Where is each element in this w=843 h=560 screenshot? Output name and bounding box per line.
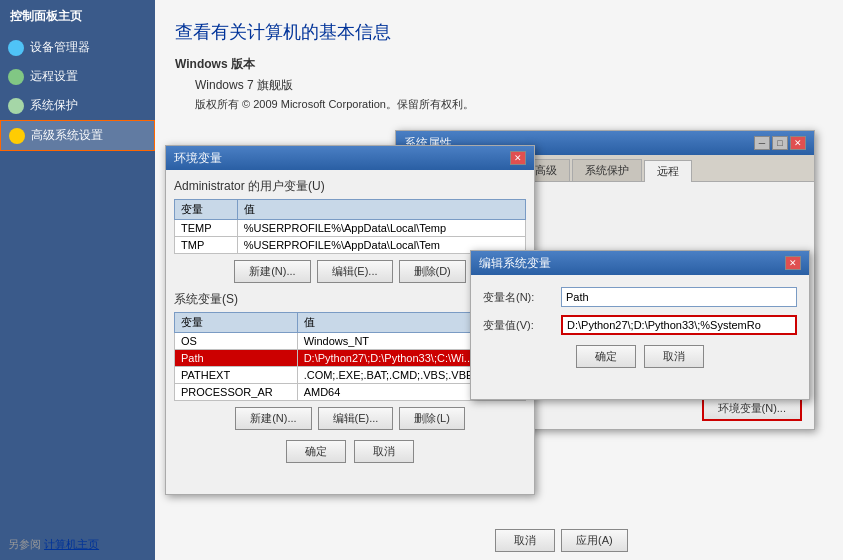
sysprops-cancel-button[interactable]: 取消 xyxy=(495,529,555,552)
tab-sysprotect[interactable]: 系统保护 xyxy=(572,159,642,181)
user-var-name-temp: TEMP xyxy=(175,220,238,237)
user-new-button[interactable]: 新建(N)... xyxy=(234,260,310,283)
env-titlebar-buttons: ✕ xyxy=(510,151,526,165)
edit-cancel-button[interactable]: 取消 xyxy=(644,345,704,368)
page-title: 查看有关计算机的基本信息 xyxy=(175,20,823,44)
sidebar-label-protect: 系统保护 xyxy=(30,97,78,114)
table-row[interactable]: TEMP %USERPROFILE%\AppData\Local\Temp xyxy=(175,220,526,237)
edit-titlebar: 编辑系统变量 ✕ xyxy=(471,251,809,275)
minimize-button[interactable]: ─ xyxy=(754,136,770,150)
sys-var-name-processor: PROCESSOR_AR xyxy=(175,384,298,401)
device-icon xyxy=(8,40,24,56)
sys-edit-button[interactable]: 编辑(E)... xyxy=(318,407,394,430)
edit-dialog-body: 变量名(N): 变量值(V): 确定 取消 xyxy=(471,275,809,380)
env-cancel-button[interactable]: 取消 xyxy=(354,440,414,463)
remote-icon xyxy=(8,69,24,85)
advanced-icon xyxy=(9,128,25,144)
edit-title: 编辑系统变量 xyxy=(479,255,551,272)
user-var-value-temp: %USERPROFILE%\AppData\Local\Temp xyxy=(237,220,525,237)
main-window: 控制面板主页 设备管理器 远程设置 系统保护 高级系统设置 查看有关计算机的基本… xyxy=(0,0,843,560)
bottom-ref-area: 另参阅 计算机主页 xyxy=(8,537,99,552)
sys-new-button[interactable]: 新建(N)... xyxy=(235,407,311,430)
user-col-value: 值 xyxy=(237,200,525,220)
sys-var-name-pathext: PATHEXT xyxy=(175,367,298,384)
user-edit-button[interactable]: 编辑(E)... xyxy=(317,260,393,283)
sidebar-label-advanced: 高级系统设置 xyxy=(31,127,103,144)
sidebar: 控制面板主页 设备管理器 远程设置 系统保护 高级系统设置 xyxy=(0,0,155,560)
user-col-name: 变量 xyxy=(175,200,238,220)
user-vars-table-wrapper: 变量 值 TEMP %USERPROFILE%\AppData\Local\Te… xyxy=(174,199,526,254)
sidebar-item-advanced[interactable]: 高级系统设置 xyxy=(0,120,155,151)
sys-var-name-os: OS xyxy=(175,333,298,350)
env-footer-buttons: 确定 取消 xyxy=(174,440,526,463)
tab-remote[interactable]: 远程 xyxy=(644,160,692,182)
sys-vars-buttons: 新建(N)... 编辑(E)... 删除(L) xyxy=(174,407,526,430)
sidebar-header: 控制面板主页 xyxy=(0,0,155,33)
env-titlebar: 环境变量 ✕ xyxy=(166,146,534,170)
windows-section-label: Windows 版本 xyxy=(175,56,823,73)
user-vars-label: Administrator 的用户变量(U) xyxy=(174,178,526,195)
var-name-row: 变量名(N): xyxy=(483,287,797,307)
sidebar-label-remote: 远程设置 xyxy=(30,68,78,85)
edit-titlebar-buttons: ✕ xyxy=(785,256,801,270)
protect-icon xyxy=(8,98,24,114)
edit-close-button[interactable]: ✕ xyxy=(785,256,801,270)
titlebar-buttons: ─ □ ✕ xyxy=(754,136,806,150)
user-vars-table: 变量 值 TEMP %USERPROFILE%\AppData\Local\Te… xyxy=(174,199,526,254)
sidebar-item-device[interactable]: 设备管理器 xyxy=(0,33,155,62)
var-value-input[interactable] xyxy=(561,315,797,335)
var-value-label: 变量值(V): xyxy=(483,318,553,333)
sidebar-item-remote[interactable]: 远程设置 xyxy=(0,62,155,91)
edit-footer-buttons: 确定 取消 xyxy=(483,345,797,368)
windows-version: Windows 7 旗舰版 版权所有 © 2009 Microsoft Corp… xyxy=(195,77,823,112)
sys-col-name: 变量 xyxy=(175,313,298,333)
sidebar-item-protect[interactable]: 系统保护 xyxy=(0,91,155,120)
bottom-ref-label: 另参阅 xyxy=(8,538,41,550)
bottom-ref-link[interactable]: 计算机主页 xyxy=(44,538,99,550)
env-ok-button[interactable]: 确定 xyxy=(286,440,346,463)
sys-delete-button[interactable]: 删除(L) xyxy=(399,407,464,430)
edit-ok-button[interactable]: 确定 xyxy=(576,345,636,368)
sysProps-apply-button[interactable]: 应用(A) xyxy=(561,529,628,552)
user-delete-button[interactable]: 删除(D) xyxy=(399,260,466,283)
var-name-input[interactable] xyxy=(561,287,797,307)
maximize-button[interactable]: □ xyxy=(772,136,788,150)
edit-sys-var-dialog: 编辑系统变量 ✕ 变量名(N): 变量值(V): 确定 取消 xyxy=(470,250,810,400)
user-var-name-tmp: TMP xyxy=(175,237,238,254)
close-button[interactable]: ✕ xyxy=(790,136,806,150)
env-close-button[interactable]: ✕ xyxy=(510,151,526,165)
sys-props-bottom-btns: 取消 应用(A) xyxy=(495,529,628,552)
var-value-row: 变量值(V): xyxy=(483,315,797,335)
var-name-label: 变量名(N): xyxy=(483,290,553,305)
env-title: 环境变量 xyxy=(174,150,222,167)
sys-var-name-path: Path xyxy=(175,350,298,367)
sidebar-label-device: 设备管理器 xyxy=(30,39,90,56)
